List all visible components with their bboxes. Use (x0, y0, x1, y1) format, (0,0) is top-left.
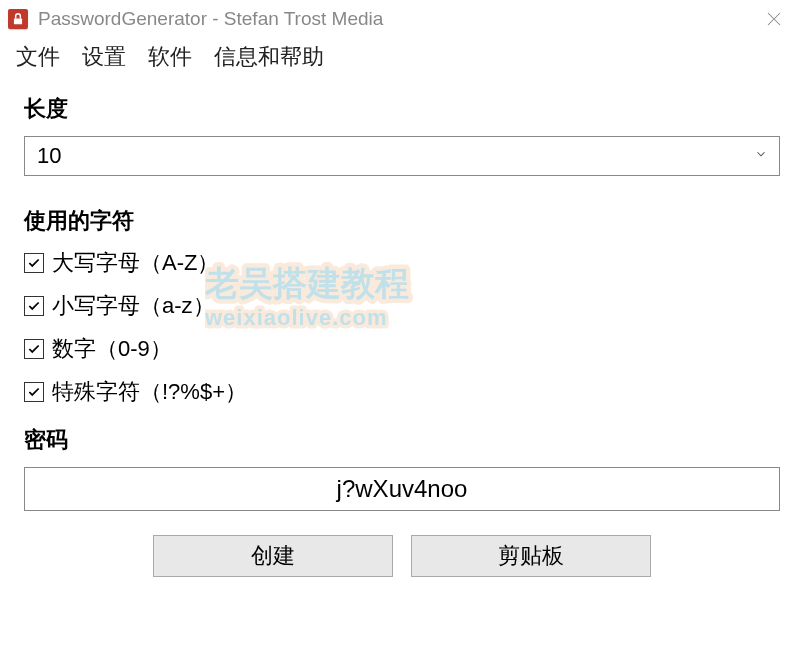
checkbox-label: 特殊字符（!?%$+） (52, 377, 247, 407)
menu-software[interactable]: 软件 (148, 42, 192, 72)
titlebar: PasswordGenerator - Stefan Trost Media (0, 0, 804, 38)
checkbox-icon (24, 253, 44, 273)
checkbox-uppercase[interactable]: 大写字母（A-Z） (24, 248, 780, 278)
menu-file[interactable]: 文件 (16, 42, 60, 72)
password-label: 密码 (24, 425, 780, 455)
length-value: 10 (37, 143, 61, 169)
app-icon (8, 9, 28, 29)
create-button[interactable]: 创建 (153, 535, 393, 577)
length-label: 长度 (24, 94, 780, 124)
menu-settings[interactable]: 设置 (82, 42, 126, 72)
checkbox-digits[interactable]: 数字（0-9） (24, 334, 780, 364)
checkbox-icon (24, 296, 44, 316)
svg-rect-0 (14, 18, 22, 24)
password-field[interactable] (24, 467, 780, 511)
checkbox-special[interactable]: 特殊字符（!?%$+） (24, 377, 780, 407)
clipboard-button[interactable]: 剪贴板 (411, 535, 651, 577)
checkbox-icon (24, 382, 44, 402)
close-button[interactable] (746, 0, 802, 38)
checkbox-label: 数字（0-9） (52, 334, 172, 364)
length-select[interactable]: 10 (24, 136, 780, 176)
checkbox-label: 小写字母（a-z） (52, 291, 215, 321)
checkbox-lowercase[interactable]: 小写字母（a-z） (24, 291, 780, 321)
window-title: PasswordGenerator - Stefan Trost Media (38, 8, 746, 30)
menubar: 文件 设置 软件 信息和帮助 (0, 38, 804, 84)
button-row: 创建 剪贴板 (24, 535, 780, 577)
charset-section: 大写字母（A-Z） 小写字母（a-z） 数字（0-9） 特殊字符（!?%$+） (24, 248, 780, 407)
menu-info-help[interactable]: 信息和帮助 (214, 42, 324, 72)
charset-label: 使用的字符 (24, 206, 780, 236)
content-area: 长度 10 使用的字符 大写字母（A-Z） 小写字母（a-z） (0, 84, 804, 577)
checkbox-icon (24, 339, 44, 359)
length-select-wrap[interactable]: 10 (24, 136, 780, 176)
checkbox-label: 大写字母（A-Z） (52, 248, 219, 278)
